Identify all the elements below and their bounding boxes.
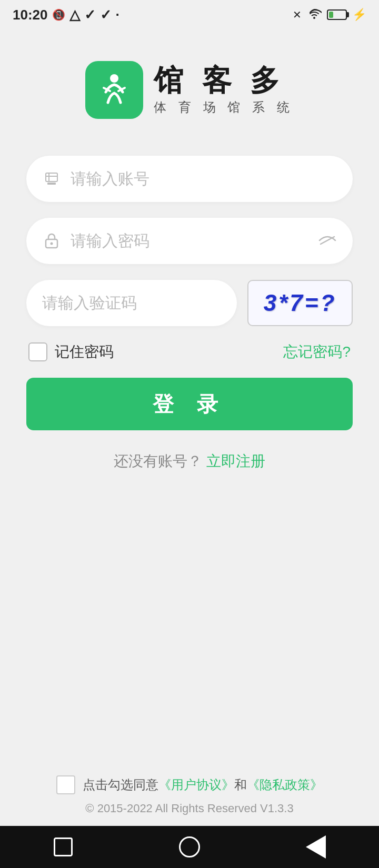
logo-area: 馆 客 多 体 育 场 馆 系 统 — [85, 61, 293, 119]
nav-back-button[interactable] — [300, 831, 332, 863]
copyright-text: © 2015-2022 All Rights Reserved V1.3.3 — [85, 802, 293, 815]
svg-rect-6 — [47, 183, 56, 185]
login-button[interactable]: 登 录 — [26, 378, 353, 430]
register-row: 还没有账号？ 立即注册 — [114, 451, 265, 471]
nav-square-button[interactable] — [47, 831, 79, 863]
eye-toggle-icon[interactable] — [318, 233, 337, 249]
captcha-text: 3*7=? — [264, 290, 337, 316]
nav-bar — [0, 826, 379, 868]
captcha-image[interactable]: 3*7=? — [247, 280, 353, 326]
password-input[interactable] — [71, 232, 308, 250]
bolt-icon: ⚡ — [352, 8, 366, 22]
check-icon2: ✓ — [100, 7, 112, 23]
account-input-group — [26, 156, 353, 202]
register-link[interactable]: 立即注册 — [206, 451, 265, 471]
status-left: 10:20 📵 △ ✓ ✓ · — [13, 7, 119, 23]
app-subtitle: 体 育 场 馆 系 统 — [154, 99, 293, 116]
app-title: 馆 客 多 — [154, 64, 293, 97]
svg-point-8 — [51, 243, 53, 245]
nav-circle-icon — [179, 836, 200, 857]
nav-triangle-icon — [306, 835, 326, 859]
options-row: 记住密码 忘记密码? — [26, 342, 353, 362]
account-input[interactable] — [71, 170, 337, 188]
no-account-text: 还没有账号？ — [114, 451, 202, 471]
privacy-policy-link[interactable]: 《隐私政策》 — [247, 778, 323, 792]
terms-checkbox[interactable] — [56, 775, 75, 794]
forgot-password-link[interactable]: 忘记密码? — [283, 342, 351, 362]
check-icon: ✓ — [84, 7, 96, 23]
status-bar: 10:20 📵 △ ✓ ✓ · ✕ ⚡ — [0, 0, 379, 29]
nav-home-button[interactable] — [174, 831, 205, 863]
main-content: 馆 客 多 体 育 场 馆 系 统 — [0, 29, 379, 868]
remember-label: 记住密码 — [55, 342, 114, 362]
captcha-row: 3*7=? — [26, 280, 353, 326]
time-display: 10:20 — [13, 7, 48, 23]
svg-rect-3 — [46, 173, 57, 181]
cloud-icon: △ — [69, 7, 80, 23]
captcha-input[interactable] — [42, 294, 221, 312]
password-input-group — [26, 218, 353, 264]
battery-icon — [327, 9, 347, 20]
nav-square-icon — [54, 837, 73, 856]
terms-text: 点击勾选同意《用户协议》和《隐私政策》 — [83, 776, 323, 793]
status-right: ✕ ⚡ — [293, 7, 366, 22]
x-icon: ✕ — [293, 8, 302, 21]
wifi-icon — [307, 7, 322, 22]
remember-checkbox[interactable] — [28, 342, 47, 361]
dot-icon: · — [116, 7, 119, 23]
logo-text: 馆 客 多 体 育 场 馆 系 统 — [154, 64, 293, 116]
footer: 点击勾选同意《用户协议》和《隐私政策》 © 2015-2022 All Righ… — [0, 765, 379, 826]
terms-row: 点击勾选同意《用户协议》和《隐私政策》 — [56, 775, 323, 794]
user-agreement-link[interactable]: 《用户协议》 — [158, 778, 234, 792]
app-logo-icon — [85, 61, 143, 119]
signal-icon: 📵 — [52, 8, 65, 21]
lock-icon — [42, 231, 61, 250]
svg-point-0 — [110, 74, 118, 83]
login-form: 3*7=? 记住密码 忘记密码? 登 录 — [26, 156, 353, 430]
account-icon — [42, 169, 61, 188]
remember-me-group[interactable]: 记住密码 — [28, 342, 114, 362]
captcha-input-group — [26, 280, 237, 326]
